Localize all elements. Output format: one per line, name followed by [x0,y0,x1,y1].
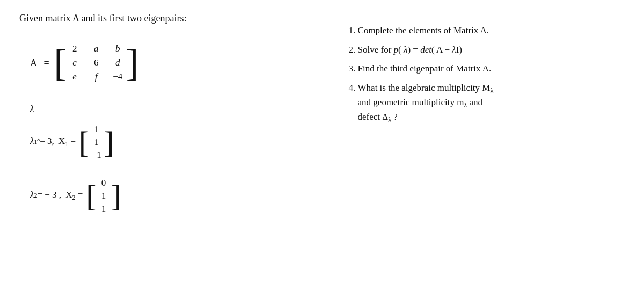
cell-2-1: f [91,71,101,82]
task-4: What is the algebraic multiplicity Mλ an… [358,81,625,125]
eigenpair2-label: λ2= − 3 , X2 = [30,190,83,202]
eigenpair1-vector: 1 1 −1 [79,120,114,165]
vec2-cells: 0 1 1 [96,173,111,219]
vec2-bracket-right [111,173,121,219]
vec1-cell-1: 1 [91,137,102,148]
vec1-cell-2: −1 [91,150,102,161]
task-3: Find the third eigenpair of Matrix A. [358,62,625,76]
vec2-cell-2: 1 [98,203,109,214]
bracket-right [126,39,138,86]
vec1-bracket-left [79,120,89,165]
vec1-cell-0: 1 [91,124,102,135]
vec2-cell-0: 0 [98,178,109,188]
task-list: Complete the elements of Matrix A. Solve… [345,24,625,125]
cell-2-2: −4 [113,71,122,82]
cell-1-2: d [113,57,122,68]
left-panel: Given matrix A and its first two eigenpa… [19,13,334,224]
matrix-label: A [30,57,37,69]
vec2-bracket-left [86,173,96,219]
page-content: Given matrix A and its first two eigenpa… [19,13,625,224]
eigenpair1-label: λ1λ= 3, X1 = [30,136,76,148]
cell-0-2: b [113,43,122,54]
matrix-bracket-wrap: 2 a b c 6 d e f −4 [54,39,138,86]
lambda-standalone: λ [30,104,324,114]
task-1: Complete the elements of Matrix A. [358,24,625,38]
cell-0-0: 2 [70,43,79,54]
eigenpair2-vector: 0 1 1 [86,173,121,219]
task-1-text: Complete the elements of Matrix A. [358,25,489,35]
cell-1-1: 6 [91,57,101,68]
vec2-cell-1: 1 [98,191,109,201]
eigenpair1-section: λ1λ= 3, X1 = 1 1 −1 [30,120,324,165]
bracket-left [54,39,67,86]
matrix-cells: 2 a b c 6 d e f −4 [67,39,126,86]
cell-1-0: c [70,57,79,68]
eigenpair2-section: λ2= − 3 , X2 = 0 1 1 [30,173,324,219]
intro-text: Given matrix A and its first two eigenpa… [19,13,324,24]
vec1-cells: 1 1 −1 [89,120,104,165]
right-panel: Complete the elements of Matrix A. Solve… [334,13,625,224]
task-2: Solve for p( λ) = det( A − λI) [358,43,625,57]
cell-0-1: a [91,43,101,54]
vec1-bracket-right [104,120,114,165]
cell-2-0: e [70,71,79,82]
matrix-equation: A = 2 a b c 6 d e f −4 [30,39,324,86]
task-3-text: Find the third eigenpair of Matrix A. [358,63,492,74]
matrix-equals: = [41,57,52,69]
